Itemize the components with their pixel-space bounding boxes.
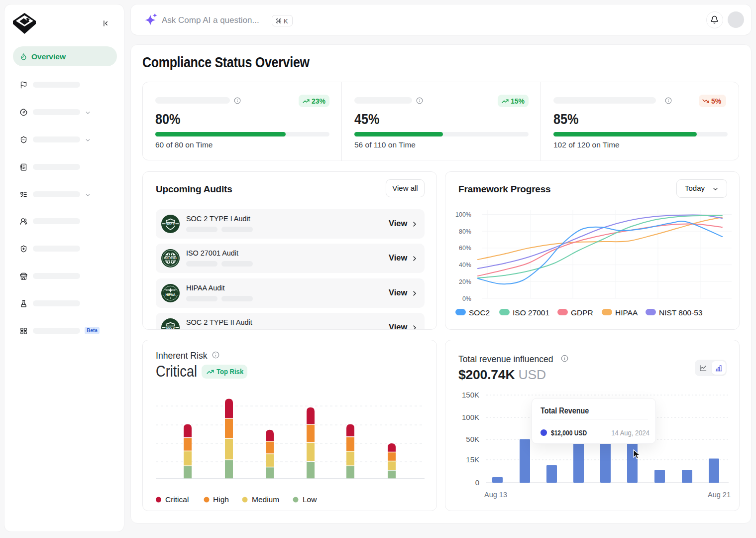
svg-text:100%: 100% [455, 211, 471, 218]
svg-text:SOC 2: SOC 2 [166, 326, 175, 329]
svg-text:0: 0 [475, 478, 479, 487]
svg-text:Critical: Critical [165, 495, 189, 504]
svg-text:ISO 27001: ISO 27001 [164, 257, 177, 260]
svg-text:HIPAA: HIPAA [166, 293, 176, 296]
svg-text:15K: 15K [466, 455, 479, 464]
svg-text:GDPR: GDPR [571, 308, 593, 317]
svg-text:0%: 0% [462, 295, 471, 302]
svg-text:100K: 100K [462, 413, 479, 421]
svg-text:Medium: Medium [252, 495, 279, 504]
svg-text:50K: 50K [466, 435, 479, 443]
svg-text:Aug 21: Aug 21 [708, 491, 731, 499]
svg-text:SOC2: SOC2 [469, 308, 490, 317]
svg-text:SOC 2: SOC 2 [166, 223, 175, 226]
svg-text:150K: 150K [462, 391, 479, 399]
svg-text:80%: 80% [459, 228, 471, 235]
svg-text:ISO 27001: ISO 27001 [513, 308, 549, 317]
svg-text:NIST 800-53: NIST 800-53 [659, 308, 703, 317]
svg-text:20%: 20% [459, 278, 471, 285]
svg-text:High: High [213, 495, 229, 504]
svg-text:40%: 40% [459, 262, 471, 269]
svg-text:Aug 13: Aug 13 [484, 491, 507, 499]
svg-text:60%: 60% [459, 245, 471, 252]
svg-text:Low: Low [303, 495, 317, 504]
svg-text:HIPAA: HIPAA [615, 308, 638, 317]
